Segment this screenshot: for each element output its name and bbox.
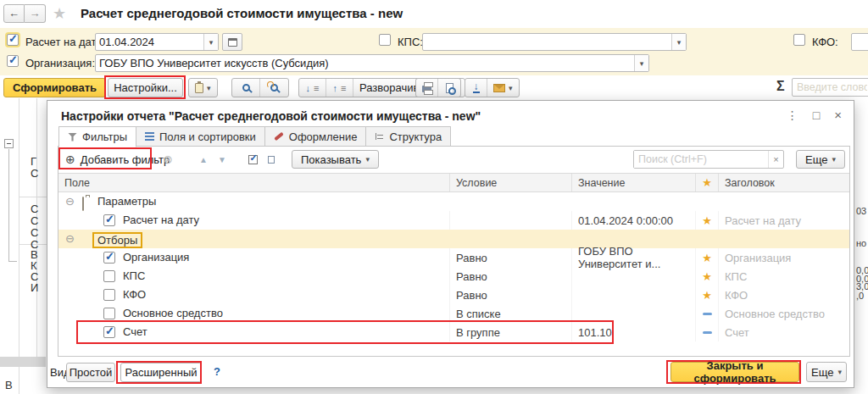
row-dash-flag[interactable] bbox=[695, 304, 718, 323]
move-down-button[interactable]: ▼ bbox=[213, 150, 231, 169]
table-row-calc-date[interactable]: ✓ Расчет на дату 01.04.2024 0:00:00 ★ Ра… bbox=[58, 211, 849, 230]
back-button[interactable]: ← bbox=[3, 4, 25, 23]
table-row-organization[interactable]: ✓ Организация Равно ГОБУ ВПО Университет… bbox=[58, 248, 849, 267]
row-title[interactable]: Основное средство bbox=[718, 304, 849, 323]
print-button[interactable] bbox=[416, 79, 438, 97]
funnel-icon bbox=[68, 133, 77, 142]
report-text-fragment: С bbox=[31, 226, 38, 239]
view-simple-button[interactable]: Простой bbox=[66, 363, 115, 382]
table-row-kps[interactable]: КПС Равно ★ КПС bbox=[58, 267, 849, 286]
row-checkbox[interactable] bbox=[103, 308, 115, 319]
row-value[interactable] bbox=[571, 304, 695, 323]
collapse-icon[interactable]: ⊖ bbox=[65, 195, 75, 208]
find-button[interactable] bbox=[232, 79, 260, 97]
find-next-button[interactable] bbox=[260, 79, 288, 97]
row-condition[interactable]: Равно bbox=[449, 248, 571, 267]
collapse-all-button[interactable]: ↓≡ bbox=[299, 79, 326, 97]
kps-dropdown-button[interactable]: ▾ bbox=[671, 34, 686, 50]
dialog-menu-button[interactable]: ⋮ bbox=[787, 108, 798, 122]
remove-filter-button[interactable]: ⊗ bbox=[159, 150, 177, 169]
uncheck-all-button[interactable] bbox=[262, 150, 281, 169]
row-title[interactable]: Счет bbox=[718, 323, 849, 341]
row-condition[interactable]: Равно bbox=[449, 267, 571, 286]
row-checkbox[interactable]: ✓ bbox=[103, 326, 115, 338]
tab-structure[interactable]: Структура bbox=[365, 126, 451, 147]
close-and-generate-button[interactable]: Закрыть и сформировать bbox=[670, 362, 799, 382]
row-title[interactable]: КПС bbox=[718, 267, 849, 286]
send-email-button[interactable]: ▾ bbox=[487, 79, 519, 97]
table-quick-search-input[interactable] bbox=[792, 78, 868, 97]
row-star-flag[interactable]: ★ bbox=[695, 267, 718, 286]
org-input[interactable] bbox=[96, 55, 634, 71]
tab-filters[interactable]: Фильтры bbox=[58, 126, 136, 147]
filters-more-button[interactable]: Еще ▾ bbox=[796, 150, 845, 169]
column-header-condition[interactable]: Условие bbox=[449, 174, 571, 191]
row-title[interactable]: Организация bbox=[718, 248, 849, 267]
row-star-flag[interactable]: ★ bbox=[695, 211, 718, 230]
row-title[interactable]: Расчет на дату bbox=[718, 211, 849, 230]
row-value[interactable] bbox=[571, 267, 695, 286]
settings-button[interactable]: Настройки... bbox=[108, 78, 183, 97]
date-filter-checkbox[interactable]: ✓ bbox=[7, 34, 19, 46]
help-button[interactable]: ? bbox=[214, 365, 220, 378]
row-condition[interactable] bbox=[449, 211, 571, 230]
search-group bbox=[231, 78, 289, 97]
row-star-flag[interactable]: ★ bbox=[695, 248, 718, 267]
column-header-value[interactable]: Значение bbox=[571, 174, 695, 191]
table-row-fixed-asset[interactable]: Основное средство В списке Основное сред… bbox=[58, 304, 849, 323]
row-value[interactable]: 01.04.2024 0:00:00 bbox=[571, 211, 695, 230]
row-value[interactable]: 101.10 bbox=[571, 323, 695, 341]
org-filter-checkbox[interactable]: ✓ bbox=[7, 55, 19, 67]
calendar-button[interactable] bbox=[222, 33, 242, 51]
footer-more-button[interactable]: Еще ▾ bbox=[806, 362, 847, 382]
move-up-button[interactable]: ▲ bbox=[194, 150, 213, 169]
row-checkbox[interactable] bbox=[103, 270, 115, 282]
tab-appearance[interactable]: Оформление bbox=[264, 126, 367, 147]
row-value[interactable]: ГОБУ ВПО Университет и... bbox=[571, 248, 695, 267]
expand-all-button[interactable]: ↑≡ bbox=[326, 79, 353, 97]
generate-button[interactable]: Сформировать bbox=[3, 78, 106, 97]
save-file-button[interactable]: ↓ bbox=[465, 79, 487, 97]
table-row-account[interactable]: ✓ Счет В группе 101.10 Счет bbox=[58, 323, 849, 341]
dialog-close-button[interactable]: × bbox=[834, 108, 842, 122]
view-extended-button[interactable]: Расширенный bbox=[120, 363, 202, 382]
row-title[interactable]: КФО bbox=[718, 286, 849, 304]
forward-button[interactable]: → bbox=[25, 4, 46, 23]
row-value[interactable] bbox=[571, 286, 695, 304]
filters-search-input[interactable] bbox=[634, 151, 768, 168]
table-row-selections-group[interactable]: ⊖ Отборы bbox=[58, 230, 849, 248]
row-dash-flag[interactable] bbox=[695, 323, 718, 341]
show-dropdown-button[interactable]: Показывать ▾ bbox=[292, 150, 379, 169]
report-variants-button[interactable]: ▾ bbox=[189, 79, 217, 97]
row-checkbox[interactable] bbox=[103, 289, 115, 301]
column-header-field[interactable]: Поле bbox=[58, 174, 449, 191]
dash-icon bbox=[703, 331, 712, 334]
dialog-maximize-button[interactable]: □ bbox=[813, 108, 820, 122]
row-condition[interactable]: Равно bbox=[449, 286, 571, 304]
table-row-parameters-group[interactable]: ⊖ Параметры bbox=[58, 192, 849, 211]
add-filter-button[interactable]: ⊕ Добавить фильтр bbox=[65, 150, 170, 169]
favorite-star-icon[interactable]: ★ bbox=[53, 4, 66, 23]
date-dropdown-button[interactable]: ▾ bbox=[203, 34, 218, 50]
row-checkbox[interactable]: ✓ bbox=[103, 252, 115, 264]
column-header-title[interactable]: Заголовок bbox=[718, 174, 849, 191]
collapse-icon[interactable]: ⊖ bbox=[65, 232, 75, 245]
clear-search-button[interactable]: × bbox=[768, 151, 783, 168]
row-condition[interactable]: В группе bbox=[449, 323, 571, 341]
org-dropdown-button[interactable]: ▾ bbox=[634, 55, 648, 71]
row-star-flag[interactable]: ★ bbox=[695, 286, 718, 304]
column-header-star[interactable]: ★ bbox=[695, 174, 718, 191]
table-row-kfo[interactable]: КФО Равно ★ КФО bbox=[58, 286, 849, 304]
kfo-input[interactable] bbox=[852, 34, 868, 50]
kfo-checkbox[interactable] bbox=[793, 34, 805, 46]
group-label: Параметры bbox=[97, 195, 156, 208]
row-condition[interactable]: В списке bbox=[449, 304, 571, 323]
print-preview-button[interactable] bbox=[438, 79, 460, 97]
report-collapse-icon[interactable] bbox=[4, 139, 14, 148]
check-all-button[interactable]: ✓ bbox=[243, 150, 262, 169]
kps-checkbox[interactable] bbox=[379, 34, 391, 46]
kps-input[interactable] bbox=[423, 34, 671, 50]
tab-fields-sorting[interactable]: Поля и сортировки bbox=[136, 126, 265, 147]
row-checkbox[interactable]: ✓ bbox=[103, 214, 115, 226]
date-input[interactable] bbox=[96, 34, 203, 50]
